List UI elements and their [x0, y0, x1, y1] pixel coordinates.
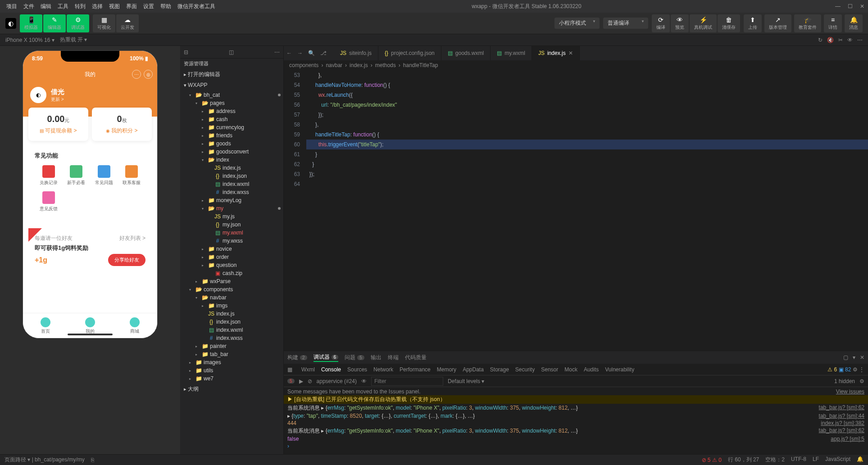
more-icon[interactable]: ⋯ [857, 37, 863, 43]
devtools-tab-Mock[interactable]: Mock [564, 366, 577, 373]
menu-界面[interactable]: 界面 [123, 1, 140, 12]
console-filter-input[interactable] [371, 377, 443, 386]
tree-index.wxml[interactable]: ▤index.wxml [180, 326, 283, 334]
console-context[interactable]: appservice (#24) [317, 378, 357, 384]
mode-dropdown[interactable]: 小程序模式 [554, 18, 600, 29]
panel-tab-代码质量[interactable]: 代码质量 [405, 354, 427, 361]
go-fwd-icon[interactable]: → [295, 50, 305, 56]
panel-tab-构建[interactable]: 构建 2 [287, 354, 307, 361]
eol[interactable]: LF [813, 456, 819, 464]
points-card[interactable]: 0枚 ◉ 我的积分 > [92, 108, 152, 141]
menu-微信开发者工具[interactable]: 微信开发者工具 [175, 1, 218, 12]
minimize-icon[interactable]: — [835, 3, 841, 9]
func-兑换记录[interactable]: 兑换记录 [35, 165, 63, 186]
user-sub[interactable]: 更新 > [51, 96, 64, 103]
func-意见反馈[interactable]: 意见反馈 [35, 191, 63, 212]
tree-question[interactable]: ▸📁question [180, 261, 283, 269]
tree-we7[interactable]: ▸📁we7 [180, 375, 283, 383]
editor-tab-index.js[interactable]: JSindex.js✕ [532, 46, 580, 60]
panel-tab-输出[interactable]: 输出 [371, 354, 382, 361]
tree-index.wxml[interactable]: ▤index.wxml [180, 180, 283, 188]
tree-novice[interactable]: ▸📁novice [180, 245, 283, 253]
devtools-tab-Console[interactable]: Console [321, 366, 341, 373]
toolbar-预览[interactable]: 👁预览 [671, 14, 689, 32]
toolbar-模拟器[interactable]: 📱模拟器 [20, 14, 42, 32]
error-count[interactable]: ⊘ 5 ⚠ 0 [702, 457, 722, 463]
editor-tab-project.config.json[interactable]: {}project.config.json [378, 46, 441, 60]
indent-info[interactable]: 空格：2 [765, 456, 785, 464]
tree-navbar[interactable]: ▾📂navbar [180, 293, 283, 302]
balance-card[interactable]: 0.00元 ▤ 可提现余额 > [28, 108, 88, 141]
menu-工具[interactable]: 工具 [55, 1, 71, 12]
language-mode[interactable]: JavaScript [825, 456, 850, 464]
devtools-tab-Wxml[interactable]: Wxml [301, 366, 315, 373]
toolbar-版本管理[interactable]: ↗版本管理 [764, 14, 791, 32]
toolbar-编辑器[interactable]: ✎编辑器 [43, 14, 66, 32]
toolbar-编译[interactable]: ⟳编译 [652, 14, 670, 32]
func-常见问题[interactable]: 常见问题 [90, 165, 118, 186]
hot-reload-toggle[interactable]: 热重载 开 ▾ [60, 36, 87, 44]
compile-dropdown[interactable]: 普通编译 [603, 18, 648, 29]
cut-icon[interactable]: ✂ [838, 37, 843, 43]
tree-cash.zip[interactable]: ▣cash.zip [180, 269, 283, 277]
menu-编辑[interactable]: 编辑 [38, 1, 54, 12]
toolbar-消息[interactable]: 🔔消息 [845, 14, 863, 32]
console-settings-icon[interactable]: ⚙ [859, 378, 864, 384]
editor-tab-goods.wxml[interactable]: ▤goods.wxml [441, 46, 491, 60]
tree-index.js[interactable]: JSindex.js [180, 310, 283, 318]
tree-order[interactable]: ▸📁order [180, 253, 283, 261]
devtools-tab-AppData[interactable]: AppData [463, 366, 484, 373]
tree-my.js[interactable]: JSmy.js [180, 212, 283, 221]
console-err-badge[interactable]: 5 [287, 379, 295, 384]
toolbar-详情[interactable]: ≡详情 [824, 14, 842, 32]
tree-index.wxss[interactable]: #index.wxss [180, 188, 283, 196]
tree-goods[interactable]: ▸📁goods [180, 140, 283, 148]
tree-index.json[interactable]: {}index.json [180, 172, 283, 180]
tree-cash[interactable]: ▸📁cash [180, 115, 283, 123]
menu-转到[interactable]: 转到 [72, 1, 88, 12]
toolbar-教育套件[interactable]: 🎓教育套件 [794, 14, 821, 32]
tree-components[interactable]: ▾📂components [180, 285, 283, 293]
tab-首页[interactable]: 首页 [23, 313, 68, 338]
tree-index[interactable]: ▾📂index [180, 156, 283, 164]
devtools-tab-Security[interactable]: Security [515, 366, 535, 373]
panel-tab-问题[interactable]: 问题 5 [345, 354, 364, 361]
console-eye-icon[interactable]: 👁 [361, 378, 367, 384]
menu-视图[interactable]: 视图 [106, 1, 123, 12]
toolbar-可视化[interactable]: ▦可视化 [93, 14, 115, 32]
avatar[interactable]: ◐ [30, 87, 46, 103]
device-selector[interactable]: iPhone X 100% 16 ▾ [5, 37, 55, 43]
devtools-tab-Storage[interactable]: Storage [490, 366, 509, 373]
panel-tab-调试器[interactable]: 调试器 6 [314, 353, 339, 362]
tree-my[interactable]: ▾📂my [180, 204, 283, 212]
tree-currencylog[interactable]: ▸📁currencylog [180, 123, 283, 131]
tree-friends[interactable]: ▸📁friends [180, 131, 283, 140]
tree-pages[interactable]: ▾📂pages [180, 99, 283, 107]
open-editors-section[interactable]: ▸ 打开的编辑器 [180, 69, 283, 80]
devtools-tab-Performance[interactable]: Performance [400, 366, 431, 373]
close-icon[interactable]: ✕ [860, 3, 864, 9]
devtools-tab-Sources[interactable]: Sources [347, 366, 367, 373]
mute-icon[interactable]: 🔇 [827, 37, 834, 43]
cursor-position[interactable]: 行 60，列 27 [728, 456, 759, 464]
menu-帮助[interactable]: 帮助 [158, 1, 174, 12]
menu-选择[interactable]: 选择 [89, 1, 105, 12]
func-新手必看[interactable]: 新手必看 [63, 165, 91, 186]
toolbar-调试器[interactable]: ⚙调试器 [67, 14, 89, 32]
explorer-toggle-icon[interactable]: ⊟ [184, 49, 188, 55]
copy-icon[interactable]: ⎘ [91, 457, 94, 463]
toolbar-云开发[interactable]: ☁云开发 [116, 14, 139, 32]
tab-商城[interactable]: 商城 [113, 313, 157, 338]
panel-down-icon[interactable]: ▾ [853, 354, 855, 361]
console-top-icon[interactable]: ▶ [299, 378, 303, 384]
tree-index.js[interactable]: JSindex.js [180, 164, 283, 172]
menu-文件[interactable]: 文件 [21, 1, 37, 12]
maximize-icon[interactable]: ☐ [848, 3, 853, 9]
encoding[interactable]: UTF-8 [791, 456, 806, 464]
panel-tab-终端[interactable]: 终端 [388, 354, 399, 361]
gear-icon[interactable]: ⚙ [853, 366, 858, 373]
tree-moneyLog[interactable]: ▸📁moneyLog [180, 196, 283, 204]
toolbar-真机调试[interactable]: ⚡真机调试 [690, 14, 717, 32]
split-icon[interactable]: ◫ [229, 49, 234, 55]
tree-imgs[interactable]: ▸📁imgs [180, 302, 283, 310]
